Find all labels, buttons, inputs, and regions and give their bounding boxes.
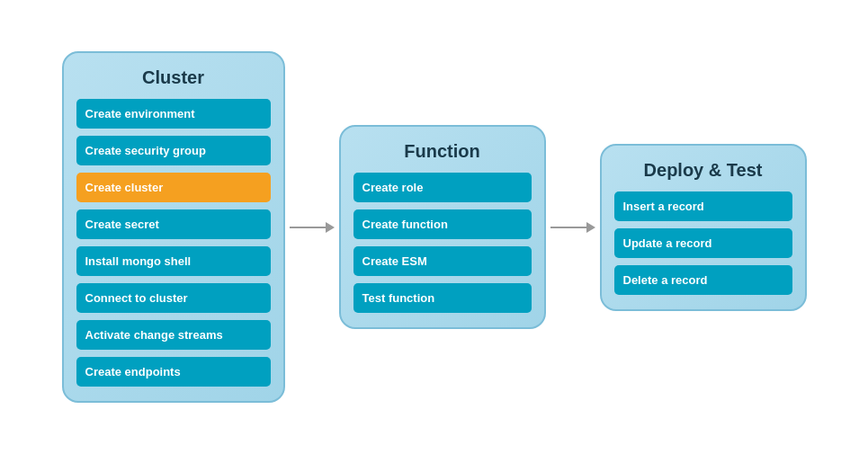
- btn-test-function[interactable]: Test function: [353, 283, 532, 313]
- arrow-2: [550, 222, 595, 233]
- function-title: Function: [404, 141, 479, 162]
- cluster-title: Cluster: [142, 67, 204, 88]
- arrow-1-head: [326, 222, 335, 233]
- btn-create-endpoints[interactable]: Create endpoints: [76, 357, 271, 387]
- btn-create-security-group[interactable]: Create security group: [76, 136, 271, 165]
- btn-activate-change-streams[interactable]: Activate change streams: [76, 320, 271, 350]
- function-panel: Function Create role Create function Cre…: [339, 125, 546, 329]
- deploy-panel: Deploy & Test Insert a record Update a r…: [600, 144, 807, 311]
- arrow-cluster-to-function: [285, 222, 339, 233]
- arrow-2-line: [550, 227, 586, 228]
- arrow-2-head: [586, 222, 595, 233]
- cluster-panel: Cluster Create environment Create securi…: [62, 51, 285, 403]
- arrow-1-line: [290, 227, 326, 228]
- btn-insert-record[interactable]: Insert a record: [614, 191, 792, 221]
- deploy-title: Deploy & Test: [644, 160, 763, 181]
- btn-create-cluster[interactable]: Create cluster: [76, 173, 271, 202]
- btn-update-record[interactable]: Update a record: [614, 228, 792, 258]
- btn-create-esm[interactable]: Create ESM: [353, 246, 532, 276]
- btn-connect-to-cluster[interactable]: Connect to cluster: [76, 283, 271, 313]
- arrow-1: [290, 222, 335, 233]
- btn-delete-record[interactable]: Delete a record: [614, 265, 792, 295]
- btn-create-environment[interactable]: Create environment: [76, 99, 271, 129]
- arrow-function-to-deploy: [546, 222, 600, 233]
- diagram: Cluster Create environment Create securi…: [44, 33, 825, 421]
- btn-install-mongo-shell[interactable]: Install mongo shell: [76, 246, 271, 276]
- btn-create-role[interactable]: Create role: [353, 173, 532, 202]
- btn-create-secret[interactable]: Create secret: [76, 209, 271, 239]
- btn-create-function[interactable]: Create function: [353, 209, 532, 239]
